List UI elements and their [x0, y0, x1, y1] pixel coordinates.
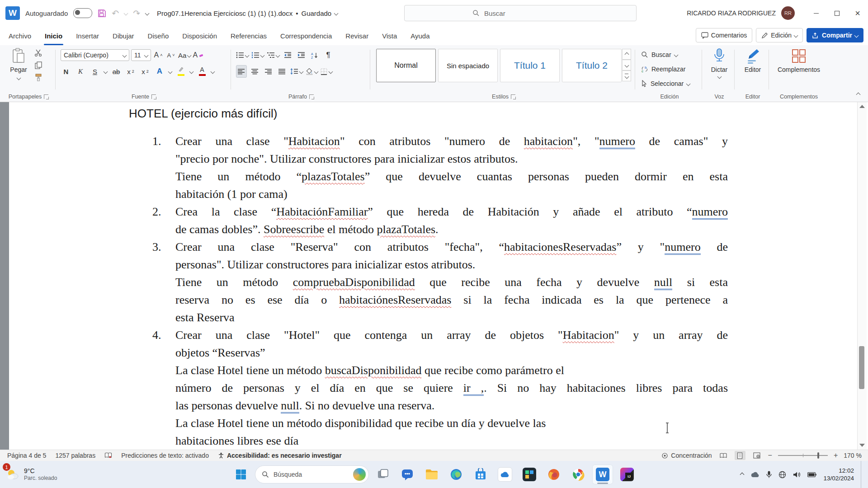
file-explorer-taskbar-icon[interactable] [421, 465, 442, 484]
battery-icon[interactable] [807, 472, 816, 477]
text-predictions-status[interactable]: Predicciones de texto: activado [121, 452, 209, 459]
text-effects-button[interactable]: A [154, 65, 165, 78]
avatar[interactable]: RR [781, 6, 795, 20]
word-count-status[interactable]: 1257 palabras [55, 452, 95, 459]
font-dialog-launcher[interactable] [151, 94, 156, 99]
start-button[interactable] [231, 465, 251, 484]
share-button[interactable]: Compartir [807, 28, 863, 42]
scroll-up-icon[interactable] [859, 105, 865, 108]
accessibility-status[interactable]: Accesibilidad: es necesario investigar [218, 452, 342, 459]
subscript-button[interactable]: x2 [125, 65, 136, 78]
italic-button[interactable]: K [75, 65, 86, 78]
gallery-down-button[interactable] [622, 60, 631, 70]
hidden-icons-chevron-icon[interactable] [740, 472, 745, 477]
highlight-button[interactable] [175, 65, 186, 78]
grow-font-button[interactable]: A˄ [153, 49, 164, 61]
page-number-status[interactable]: Página 4 de 5 [7, 452, 46, 459]
vertical-scrollbar[interactable] [857, 102, 867, 450]
tab-vista[interactable]: Vista [375, 26, 404, 45]
document-page[interactable]: HOTEL (ejercicio más difícil) 1.Crear un… [9, 102, 857, 450]
tab-ayuda[interactable]: Ayuda [404, 26, 436, 45]
zoom-level[interactable]: 170 % [844, 452, 862, 459]
undo-chevron-icon[interactable] [124, 11, 128, 15]
line-spacing-button[interactable] [290, 65, 303, 78]
microsoft-store-taskbar-icon[interactable] [470, 465, 491, 484]
style-card-título-1[interactable]: Título 1 [500, 49, 560, 82]
style-card-normal[interactable]: Normal [376, 49, 436, 82]
firefox-taskbar-icon[interactable] [543, 465, 564, 484]
zoom-slider[interactable] [778, 455, 828, 456]
quick-access-chevron-icon[interactable] [145, 11, 150, 15]
justify-button[interactable] [277, 65, 288, 78]
superscript-button[interactable]: x2 [140, 65, 151, 78]
decrease-indent-button[interactable] [282, 49, 293, 61]
save-icon[interactable] [98, 9, 106, 18]
show-marks-button[interactable]: ¶ [323, 49, 334, 61]
addins-button[interactable]: Complementos [771, 48, 826, 73]
network-globe-icon[interactable] [778, 471, 786, 479]
editor-button[interactable]: Editor [737, 48, 769, 73]
borders-button[interactable] [321, 65, 332, 78]
gallery-up-button[interactable] [622, 49, 631, 60]
zoom-slider-thumb[interactable] [817, 452, 819, 459]
tab-insertar[interactable]: Insertar [69, 26, 106, 45]
volume-icon[interactable] [793, 471, 801, 478]
copy-button[interactable] [34, 61, 42, 71]
close-button[interactable]: × [847, 0, 868, 26]
replace-button[interactable]: bc Reemplazar [641, 63, 685, 75]
onedrive-cloud-icon[interactable] [750, 471, 760, 478]
search-box[interactable]: Buscar [404, 5, 637, 21]
cut-button[interactable] [34, 49, 42, 59]
multilevel-list-button[interactable] [267, 49, 279, 61]
chrome-taskbar-icon[interactable] [568, 465, 589, 484]
redo-icon[interactable]: ↷ [133, 9, 140, 18]
font-name-select[interactable]: Calibri (Cuerpo) [61, 49, 129, 61]
sort-button[interactable]: AZ [309, 49, 320, 61]
shading-button[interactable] [306, 65, 318, 78]
zoom-out-button[interactable]: − [768, 451, 772, 460]
taskbar-search[interactable]: Búsqueda [255, 465, 369, 483]
tray-microphone-icon[interactable] [766, 471, 772, 479]
strikethrough-button[interactable]: ab [111, 65, 122, 78]
tab-inicio[interactable]: Inicio [38, 26, 69, 45]
format-painter-button[interactable] [34, 73, 42, 83]
select-button[interactable]: Seleccionar [641, 78, 690, 89]
taskbar-clock[interactable]: 12:02 13/02/2024 [823, 467, 854, 482]
chat-teams-taskbar-icon[interactable] [397, 465, 418, 484]
restore-button[interactable] [826, 0, 847, 26]
word-taskbar-icon[interactable]: W [592, 465, 613, 484]
focus-mode-button[interactable]: Concentración [661, 452, 712, 459]
highlight-chevron-icon[interactable] [189, 69, 194, 74]
style-card-título-2[interactable]: Título 2 [562, 49, 622, 82]
tab-dibujar[interactable]: Dibujar [106, 26, 141, 45]
paragraph-dialog-launcher[interactable] [309, 94, 314, 99]
clear-formatting-button[interactable]: A [193, 49, 203, 61]
weather-widget[interactable]: 1 9°C Parc. soleado [0, 461, 57, 488]
minimize-button[interactable] [806, 0, 826, 26]
change-case-button[interactable]: Aa [178, 49, 191, 61]
font-color-button[interactable]: A [197, 65, 208, 78]
proofing-status-button[interactable] [104, 452, 112, 459]
font-size-select[interactable]: 11 [131, 49, 151, 61]
show-desktop-button[interactable] [861, 461, 863, 488]
dictate-button[interactable]: Dictar [704, 48, 734, 78]
scrollbar-thumb[interactable] [859, 346, 864, 389]
word-app-icon[interactable]: W [5, 6, 20, 20]
pycharm-taskbar-icon[interactable] [519, 465, 540, 484]
tab-revisar[interactable]: Revisar [339, 26, 375, 45]
style-card-sin-espaciado[interactable]: Sin espaciado [438, 49, 498, 82]
intellij-idea-taskbar-icon[interactable]: IJ [617, 465, 637, 484]
web-layout-button[interactable] [751, 451, 762, 460]
user-name[interactable]: RICARDO RIAZA RODRIGUEZ [687, 9, 776, 17]
tab-diseño[interactable]: Diseño [141, 26, 176, 45]
editing-mode-button[interactable]: Edición [756, 28, 803, 42]
onedrive-app-taskbar-icon[interactable] [495, 465, 515, 484]
task-view-taskbar-icon[interactable] [373, 465, 393, 484]
print-layout-button[interactable] [735, 451, 745, 460]
tab-referencias[interactable]: Referencias [224, 26, 274, 45]
undo-icon[interactable]: ↶ [112, 9, 119, 18]
styles-dialog-launcher[interactable] [511, 94, 515, 99]
underline-button[interactable]: S [90, 65, 100, 78]
collapse-ribbon-button[interactable] [857, 90, 860, 98]
bold-button[interactable]: N [61, 65, 71, 78]
